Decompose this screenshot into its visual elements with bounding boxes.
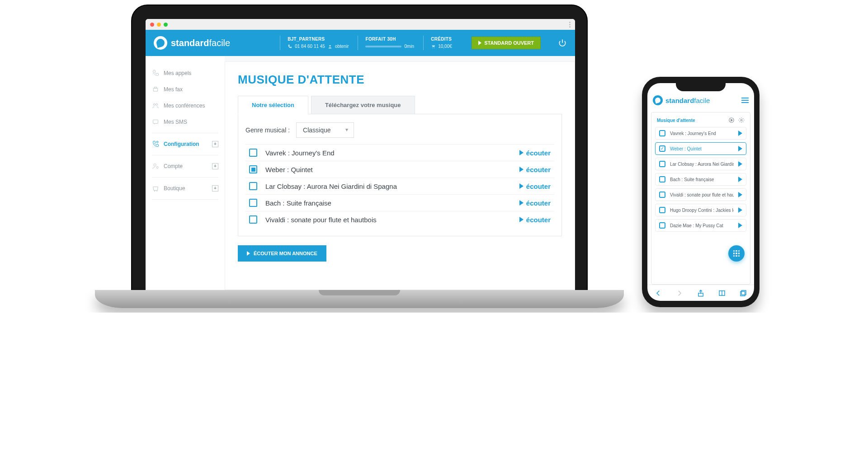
play-icon[interactable] [738,223,742,228]
brand-logo[interactable]: standardfacile [154,36,230,50]
listen-label: écouter [526,182,551,190]
tab-upload[interactable]: Téléchargez votre musique [311,96,415,114]
status-label: STANDARD OUVERT [484,40,534,46]
mobile-track-row[interactable]: Dazie Mae : My Pussy Cat [655,219,746,232]
sidebar-divider [152,199,218,200]
bookmarks-icon[interactable] [718,289,726,297]
track-row[interactable]: Vivaldi : sonate pour flute et hautboisé… [245,211,554,228]
expand-toggle-icon[interactable]: + [212,163,218,169]
header-plan-block: FORFAIT 30H 0min [358,36,414,50]
listen-label: écouter [526,199,551,207]
main-panel: MUSIQUE D'ATTENTE Notre sélection Téléch… [225,61,575,290]
play-icon [519,217,524,222]
track-checkbox[interactable] [249,215,257,224]
account-phone: 01 84 60 11 45 [295,43,325,50]
status-button[interactable]: STANDARD OUVERT [472,37,541,49]
expand-toggle-icon[interactable]: + [212,185,218,192]
tab-notre-selection[interactable]: Notre sélection [238,96,308,114]
mobile-brand-logo[interactable]: standardfacile [653,95,710,105]
sidebar-item-configuration[interactable]: Configuration + [146,136,225,152]
track-checkbox[interactable] [659,207,665,213]
header-account-block: BJT_PARTNERS 01 84 60 11 45 obtenir [280,36,349,50]
play-icon[interactable] [738,177,742,182]
track-checkbox[interactable] [659,176,665,182]
dialpad-icon [733,250,740,257]
share-icon[interactable] [697,289,705,297]
tab-bar: Notre sélection Téléchargez votre musiqu… [238,96,562,114]
play-icon[interactable] [738,207,742,213]
window-close-dot[interactable] [150,23,154,27]
sidebar-item-label: Mes SMS [164,119,187,125]
listen-button[interactable]: écouter [519,199,551,207]
credits-title: CRÉDITS [431,36,452,43]
listen-button[interactable]: écouter [519,216,551,224]
play-icon [478,41,481,45]
mobile-safari-nav [647,285,754,301]
sidebar-item-mes-conferences[interactable]: Mes conférences [146,98,225,114]
track-checkbox[interactable]: ✓ [659,145,665,152]
mobile-track-row[interactable]: Bach : Suite française [655,173,746,186]
track-checkbox[interactable] [249,199,257,207]
brand-mark-icon [154,36,167,50]
svg-point-6 [156,103,158,105]
back-icon[interactable] [654,289,662,297]
track-checkbox[interactable] [659,130,665,136]
mobile-track-row[interactable]: ✓Weber : Quintet [655,142,746,155]
track-checkbox[interactable] [659,161,665,167]
power-icon[interactable] [558,38,567,47]
account-name: BJT_PARTNERS [288,36,349,43]
window-minimize-dot[interactable] [157,23,161,27]
sidebar-item-mes-sms[interactable]: Mes SMS [146,114,225,130]
track-list: Vavrek : Journey's EndécouterWeber : Qui… [245,144,554,228]
track-checkbox[interactable] [249,165,257,173]
svg-point-5 [153,103,155,105]
track-checkbox[interactable] [249,149,257,157]
genre-label: Genre musical : [245,126,290,134]
listen-button[interactable]: écouter [519,166,551,173]
sidebar-divider [152,133,218,133]
genre-select[interactable]: Classique [296,122,354,138]
play-icon[interactable] [738,161,742,167]
preview-announcement-button[interactable]: ÉCOUTER MON ANNONCE [238,245,326,262]
svg-rect-16 [742,290,746,295]
mobile-track-row[interactable]: Hugo Droopy Contini : Jackies Idea [655,204,746,216]
play-icon [519,167,524,172]
play-icon[interactable] [738,146,742,151]
listen-button[interactable]: écouter [519,182,551,190]
mobile-track-row[interactable]: Vivaldi : sonate pour flute et hautbois [655,188,746,201]
svg-point-1 [433,47,433,48]
mobile-track-row[interactable]: Vavrek : Journey's End [655,127,746,140]
svg-point-2 [434,47,434,48]
play-icon[interactable] [738,131,742,136]
dialpad-fab[interactable] [728,245,745,262]
mobile-music-card: Musique d'attente Vavrek : Journey's End… [651,112,750,285]
svg-rect-4 [154,87,156,89]
sms-icon [152,118,159,126]
track-row[interactable]: Weber : Quintetécouter [245,161,554,178]
app-header: standardfacile BJT_PARTNERS 01 84 60 11 … [146,30,575,56]
play-icon[interactable] [738,192,742,197]
hamburger-menu-icon[interactable] [741,98,749,103]
expand-toggle-icon[interactable]: + [212,141,218,147]
play-outline-icon[interactable] [728,117,735,123]
preview-button-label: ÉCOUTER MON ANNONCE [254,251,317,256]
track-row[interactable]: Lar Clobsay : Aurora Nei Giardini di Spa… [245,178,554,194]
track-row[interactable]: Bach : Suite françaiseécouter [245,194,554,211]
track-row[interactable]: Vavrek : Journey's Endécouter [245,144,554,161]
tabs-icon[interactable] [739,289,747,297]
listen-button[interactable]: écouter [519,149,551,157]
sidebar-item-mes-appels[interactable]: Mes appels [146,65,225,81]
track-label: Bach : Suite française [670,177,734,182]
window-maximize-dot[interactable] [164,23,168,27]
browser-menu-icon[interactable] [569,22,571,28]
track-checkbox[interactable] [659,192,665,198]
svg-point-9 [154,164,156,166]
track-checkbox[interactable] [659,222,665,229]
obtain-link[interactable]: obtenir [335,43,349,50]
sidebar-item-mes-fax[interactable]: Mes fax [146,81,225,98]
sidebar-item-compte[interactable]: Compte + [146,158,225,174]
sidebar-item-boutique[interactable]: Boutique + [146,180,225,196]
gear-icon[interactable] [738,117,745,123]
track-checkbox[interactable] [249,182,257,190]
mobile-track-row[interactable]: Lar Clobsay : Aurora Nei Giardini di Spa… [655,158,746,170]
